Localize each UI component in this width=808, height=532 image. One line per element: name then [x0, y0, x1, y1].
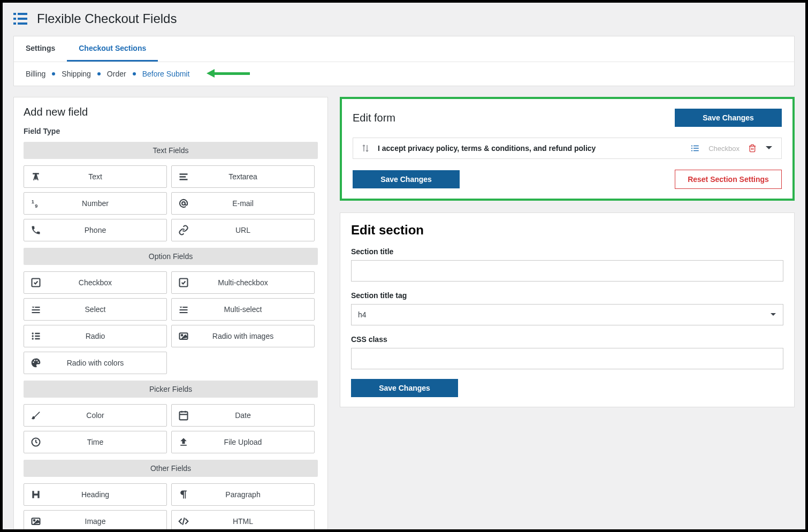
- tab-checkout-sections[interactable]: Checkout Sections: [67, 36, 158, 62]
- crumb-shipping[interactable]: Shipping: [62, 70, 91, 78]
- save-changes-bottom-button[interactable]: Save Changes: [353, 170, 460, 188]
- save-section-button[interactable]: Save Changes: [351, 379, 458, 397]
- field-type-label: Field Type: [24, 127, 318, 135]
- svg-rect-21: [35, 333, 40, 335]
- calendar-icon: [172, 410, 195, 421]
- right-column: Edit form Save Changes I accept privacy …: [340, 97, 795, 407]
- list-icon: [690, 143, 700, 153]
- svg-rect-8: [180, 179, 188, 180]
- font-icon: [24, 171, 48, 182]
- svg-rect-28: [180, 412, 188, 420]
- field-row[interactable]: I accept privacy policy, terms & conditi…: [353, 138, 782, 159]
- menu-icon: [13, 13, 27, 25]
- svg-rect-19: [180, 312, 188, 313]
- separator-dot: [52, 72, 55, 75]
- field-type-select[interactable]: Select: [24, 298, 167, 321]
- section-title-tag-label: Section title tag: [351, 291, 783, 300]
- image-icon: [24, 516, 48, 527]
- field-type-file-upload[interactable]: File Upload: [171, 431, 315, 453]
- picker-fields-grid: Color Date Time File Upload: [24, 404, 318, 453]
- save-changes-top-button[interactable]: Save Changes: [675, 109, 782, 127]
- field-type-number[interactable]: 19Number: [24, 192, 167, 215]
- palette-icon: [24, 358, 48, 368]
- svg-point-27: [181, 335, 183, 336]
- category-picker-fields: Picker Fields: [24, 381, 318, 398]
- field-type-time[interactable]: Time: [24, 431, 167, 453]
- chevron-down-icon: [770, 313, 776, 317]
- link-icon: [172, 225, 195, 235]
- svg-rect-6: [180, 173, 188, 175]
- field-type-paragraph[interactable]: Paragraph: [171, 483, 315, 506]
- field-type-heading[interactable]: Heading: [24, 483, 167, 506]
- svg-rect-4: [13, 22, 16, 25]
- tabs: Settings Checkout Sections: [14, 36, 794, 62]
- svg-point-20: [32, 332, 34, 334]
- field-type-color[interactable]: Color: [24, 404, 167, 427]
- crumb-before-submit[interactable]: Before Submit: [142, 70, 190, 78]
- field-type-radio[interactable]: Radio: [24, 325, 167, 347]
- crumb-order[interactable]: Order: [107, 70, 126, 78]
- field-type-radio-colors[interactable]: Radio with colors: [24, 352, 167, 374]
- svg-rect-18: [180, 309, 188, 310]
- tab-settings[interactable]: Settings: [14, 36, 67, 62]
- category-other-fields: Other Fields: [24, 460, 318, 477]
- field-type-multi-checkbox[interactable]: Multi-checkbox: [171, 271, 315, 294]
- checkbox-icon: [24, 277, 48, 288]
- tabs-container: Settings Checkout Sections Billing Shipp…: [13, 36, 795, 86]
- svg-rect-15: [32, 309, 40, 310]
- category-text-fields: Text Fields: [24, 142, 318, 159]
- field-type-date[interactable]: Date: [171, 404, 315, 427]
- select-icon: [172, 304, 195, 315]
- svg-rect-2: [13, 18, 16, 20]
- code-icon: [172, 516, 195, 527]
- field-type-checkbox[interactable]: Checkbox: [24, 271, 167, 294]
- svg-rect-3: [18, 18, 27, 20]
- section-title-tag-value: h4: [358, 310, 367, 319]
- drag-handle-icon[interactable]: [362, 144, 369, 153]
- field-type-radio-images[interactable]: Radio with images: [171, 325, 315, 347]
- numbers-icon: 19: [24, 198, 48, 209]
- reset-section-button[interactable]: Reset Section Settings: [675, 170, 782, 189]
- svg-text:1: 1: [32, 199, 34, 204]
- section-title-input[interactable]: [351, 260, 783, 282]
- section-title-tag-select[interactable]: h4: [351, 304, 783, 325]
- field-type-image[interactable]: Image: [24, 510, 167, 529]
- field-type-text[interactable]: Text: [24, 165, 167, 188]
- page-title: Flexible Checkout Fields: [37, 11, 177, 26]
- field-type-html[interactable]: HTML: [171, 510, 315, 529]
- svg-point-32: [691, 145, 692, 146]
- brush-icon: [24, 410, 48, 421]
- select-icon: [24, 304, 48, 315]
- annotation-arrow: [207, 69, 250, 78]
- svg-point-22: [32, 335, 34, 337]
- delete-icon[interactable]: [748, 143, 757, 153]
- svg-rect-0: [13, 13, 16, 15]
- field-type-email[interactable]: E-mail: [171, 192, 315, 215]
- svg-text:9: 9: [35, 203, 37, 209]
- upload-icon: [172, 437, 195, 447]
- css-class-label: CSS class: [351, 335, 783, 344]
- heading-icon: [24, 489, 48, 500]
- svg-rect-5: [18, 22, 27, 25]
- field-type-url[interactable]: URL: [171, 219, 315, 241]
- edit-form-heading: Edit form: [353, 112, 395, 124]
- edit-section-panel: Edit section Section title Section title…: [340, 212, 795, 407]
- section-title-label: Section title: [351, 247, 783, 256]
- svg-rect-37: [693, 150, 699, 151]
- clock-icon: [24, 437, 48, 447]
- expand-icon[interactable]: [765, 146, 773, 151]
- add-new-field-heading: Add new field: [24, 106, 318, 118]
- css-class-input[interactable]: [351, 348, 783, 369]
- crumb-billing[interactable]: Billing: [26, 70, 45, 78]
- field-row-type: Checkbox: [708, 145, 740, 153]
- svg-point-24: [32, 338, 34, 339]
- field-type-textarea[interactable]: Textarea: [171, 165, 315, 188]
- other-fields-grid: Heading Paragraph Image HTML Hidden: [24, 483, 318, 529]
- svg-rect-7: [180, 176, 186, 178]
- svg-rect-25: [35, 338, 40, 340]
- svg-rect-1: [18, 13, 27, 15]
- svg-rect-16: [32, 312, 40, 313]
- field-type-phone[interactable]: Phone: [24, 219, 167, 241]
- field-type-multi-select[interactable]: Multi-select: [171, 298, 315, 321]
- svg-rect-23: [35, 336, 40, 337]
